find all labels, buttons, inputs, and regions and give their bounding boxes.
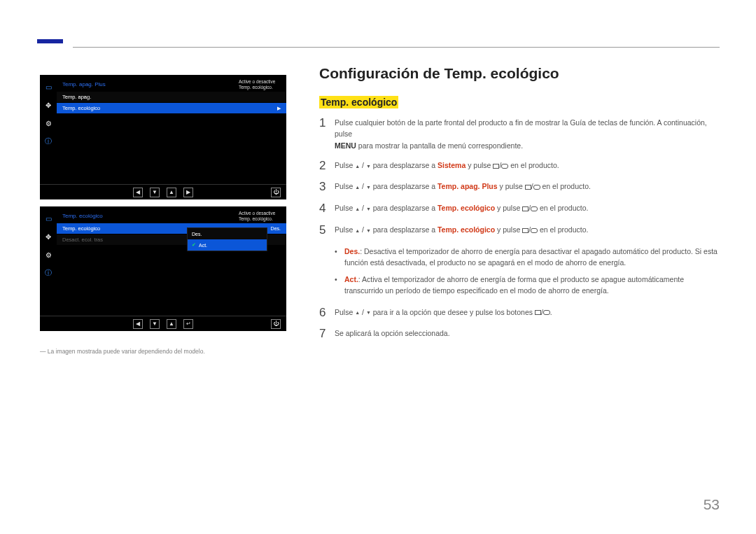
- step-6: 6 Pulse ▲ / ▼ para ir a la opción que de…: [319, 307, 722, 320]
- step-5: 5 Pulse ▲ / ▼ para desplazarse a Temp. e…: [319, 224, 722, 237]
- step-text-part: Pulse: [335, 225, 355, 234]
- nav-right-icon[interactable]: ▶: [183, 188, 193, 197]
- osd-option-des[interactable]: Des.: [188, 228, 267, 239]
- step-text-part: .: [550, 308, 552, 316]
- menu-keyword: MENU: [335, 141, 356, 150]
- up-icon: ▲: [355, 206, 360, 211]
- select-icon: [522, 228, 528, 233]
- step-text: Pulse ▲ / ▼ para desplazarse a Temp. eco…: [335, 224, 722, 237]
- osd-hint-line: Temp. ecológico.: [239, 216, 282, 222]
- select-icon: [493, 164, 499, 169]
- enter-icon: [543, 310, 550, 315]
- step-text-part: para ir a la opción que desee y pulse lo…: [371, 308, 535, 316]
- down-icon: ▼: [366, 185, 371, 190]
- keyword-des: Des.: [344, 247, 360, 255]
- monitor-icon[interactable]: ▭: [43, 82, 53, 92]
- nav-left-icon[interactable]: ◀: [133, 319, 143, 329]
- bullet-act: • Act.: Activa el temporizador de ahorro…: [335, 274, 722, 297]
- check-icon: ✔: [192, 242, 196, 248]
- osd-sidebar-icons: ▭ ✥ ⚙ ⓘ: [40, 75, 57, 184]
- step-number: 2: [319, 160, 335, 173]
- osd-row-value: Des.: [271, 226, 281, 231]
- page-title: Configuración de Temp. ecológico: [319, 65, 722, 82]
- step-text: Pulse ▲ / ▼ para desplazarse a Sistema y…: [335, 160, 722, 173]
- step-number: 5: [319, 224, 335, 237]
- bullet-text: Act.: Activa el temporizador de ahorro d…: [344, 274, 722, 297]
- osd-hint-line: Temp. ecológico.: [239, 85, 282, 90]
- step-2: 2 Pulse ▲ / ▼ para desplazarse a Sistema…: [319, 160, 722, 173]
- osd-row-label: Temp. apag.: [62, 94, 281, 100]
- osd-option-act[interactable]: ✔ Act.: [188, 239, 267, 251]
- step-text-part: Pulse cualquier botón de la parte fronta…: [335, 118, 707, 138]
- chevron-right-icon: ▶: [277, 106, 281, 111]
- down-icon: ▼: [366, 310, 371, 315]
- bullet-body: : Desactiva el temporizador de ahorro de…: [344, 247, 718, 267]
- step-number: 7: [319, 328, 335, 341]
- osd-navbar: ◀ ▼ ▲ ▶ ⏻: [40, 184, 286, 199]
- gear-icon[interactable]: ⚙: [43, 250, 53, 260]
- header-accent: [37, 39, 63, 43]
- keyword-sistema: Sistema: [438, 161, 465, 169]
- adjust-icon[interactable]: ✥: [43, 232, 53, 241]
- nav-down-icon[interactable]: ▼: [150, 188, 160, 197]
- step-1: 1 Pulse cualquier botón de la parte fron…: [319, 117, 722, 151]
- osd-option-label: Act.: [199, 243, 207, 248]
- osd-hint-line: Active o desactive: [239, 211, 282, 216]
- option-bullets: • Des.: Desactiva el temporizador de aho…: [335, 246, 722, 297]
- nav-up-icon[interactable]: ▲: [167, 188, 176, 197]
- bullet-marker: •: [335, 246, 344, 269]
- adjust-icon[interactable]: ✥: [43, 100, 53, 110]
- step-text-part: Pulse: [335, 161, 355, 169]
- info-icon[interactable]: ⓘ: [43, 136, 53, 146]
- osd-sidebar-icons: ▭ ✥ ⚙ ⓘ: [40, 206, 57, 316]
- step-text-part: en el producto.: [540, 182, 591, 190]
- power-icon[interactable]: ⏻: [271, 319, 281, 329]
- gear-icon[interactable]: ⚙: [43, 118, 53, 128]
- step-number: 6: [319, 307, 335, 320]
- image-disclaimer: ― La imagen mostrada puede variar depend…: [40, 348, 286, 355]
- osd-row-temp-apag[interactable]: Temp. apag.: [57, 92, 286, 103]
- step-text-part: en el producto.: [538, 225, 588, 234]
- right-column: Configuración de Temp. ecológico Temp. e…: [319, 65, 722, 349]
- osd-hint: Active o desactive Temp. ecológico.: [239, 79, 282, 90]
- step-number: 4: [319, 202, 335, 216]
- bullet-des: • Des.: Desactiva el temporizador de aho…: [335, 246, 722, 269]
- keyword-temp-apag-plus: Temp. apag. Plus: [438, 182, 498, 190]
- osd-panel-1: ▭ ✥ ⚙ ⓘ Temp. apag. Plus Temp. apag. Tem…: [40, 75, 286, 199]
- select-icon: [522, 206, 528, 211]
- nav-left-icon[interactable]: ◀: [133, 188, 143, 197]
- osd-option-label: Des.: [192, 232, 202, 237]
- step-text-part: para desplazarse a: [371, 204, 438, 212]
- up-icon: ▲: [355, 185, 360, 190]
- keyword-temp-ecologico: Temp. ecológico: [438, 225, 495, 234]
- step-text: Pulse ▲ / ▼ para ir a la opción que dese…: [335, 307, 722, 320]
- nav-up-icon[interactable]: ▲: [167, 319, 176, 329]
- keyword-act: Act.: [344, 275, 358, 283]
- nav-down-icon[interactable]: ▼: [150, 319, 160, 329]
- step-text: Pulse cualquier botón de la parte fronta…: [335, 117, 722, 151]
- osd-panel-2: ▭ ✥ ⚙ ⓘ Temp. ecológico Temp. ecológico …: [40, 206, 286, 331]
- up-icon: ▲: [355, 310, 360, 315]
- step-3: 3 Pulse ▲ / ▼ para desplazarse a Temp. a…: [319, 181, 722, 194]
- step-text-part: para desplazarse a: [371, 225, 438, 234]
- step-text: Pulse ▲ / ▼ para desplazarse a Temp. eco…: [335, 202, 722, 216]
- info-icon[interactable]: ⓘ: [43, 268, 53, 278]
- osd-submenu: Des. ✔ Act.: [187, 227, 267, 251]
- osd-row-temp-ecologico[interactable]: Temp. ecológico ▶: [57, 103, 286, 114]
- step-text-part: Pulse: [335, 204, 355, 212]
- left-column: ▭ ✥ ⚙ ⓘ Temp. apag. Plus Temp. apag. Tem…: [40, 75, 286, 355]
- monitor-icon[interactable]: ▭: [43, 213, 53, 223]
- step-text-part: y pulse: [498, 182, 525, 190]
- select-icon: [525, 185, 531, 190]
- enter-icon: [501, 164, 508, 169]
- up-icon: ▲: [355, 228, 360, 233]
- step-text-part: para desplazarse a: [371, 182, 438, 190]
- keyword-temp-ecologico: Temp. ecológico: [438, 204, 495, 212]
- step-text: Pulse ▲ / ▼ para desplazarse a Temp. apa…: [335, 181, 722, 194]
- nav-enter-icon[interactable]: ↵: [183, 319, 193, 329]
- down-icon: ▼: [366, 228, 371, 233]
- power-icon[interactable]: ⏻: [271, 188, 281, 197]
- step-text-part: y pulse: [495, 225, 522, 234]
- step-7: 7 Se aplicará la opción seleccionada.: [319, 328, 722, 341]
- bullet-text: Des.: Desactiva el temporizador de ahorr…: [344, 246, 722, 269]
